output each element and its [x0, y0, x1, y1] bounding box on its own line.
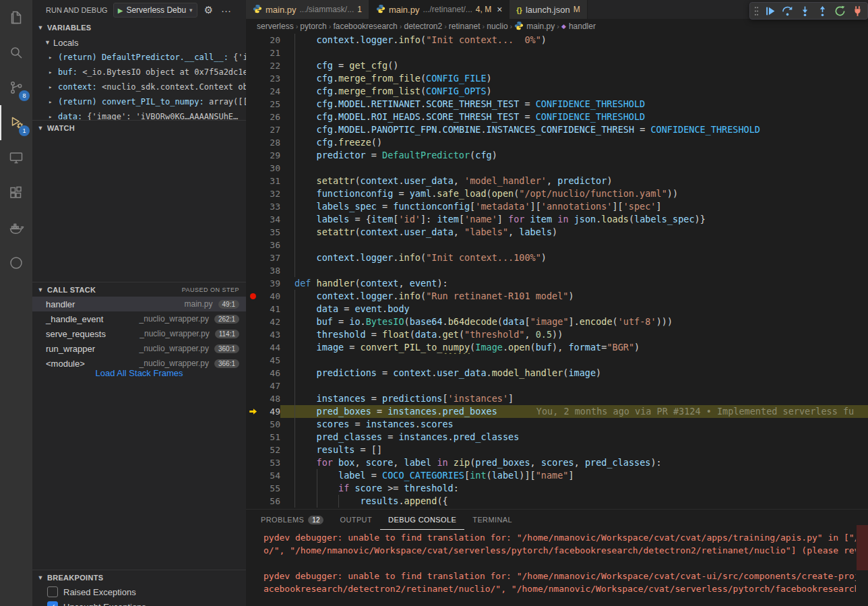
start-debugging-icon[interactable]: ▶ — [118, 7, 123, 14]
code-line[interactable]: 20 context.logger.info("Init context... … — [246, 34, 868, 47]
code-line[interactable]: 33 labels_spec = functionconfig['metadat… — [246, 200, 868, 213]
activity-remote-explorer[interactable] — [0, 140, 32, 175]
variable-name: context: — [58, 82, 97, 92]
code-line[interactable]: 30 — [246, 162, 868, 175]
code-line[interactable]: 37 context.logger.info("Init context...1… — [246, 251, 868, 264]
breakpoint-icon[interactable] — [246, 290, 259, 303]
breadcrumb-nuclio[interactable]: nuclio — [487, 22, 507, 31]
close-icon[interactable]: × — [497, 4, 502, 15]
tab-3-launch.json[interactable]: {}launch.jsonM — [509, 0, 587, 19]
code-line[interactable]: 39def handler(context, event): — [246, 277, 868, 290]
code-line[interactable]: 51 pred_classes = instances.pred_classes — [246, 431, 868, 444]
code-line[interactable]: 23 cfg.merge_from_file(CONFIG_FILE) — [246, 72, 868, 85]
code-line[interactable]: 42 buf = io.BytesIO(base64.b64decode(dat… — [246, 315, 868, 328]
breadcrumb-main.py[interactable]: main.py — [514, 21, 555, 32]
breakpoint-checkbox[interactable] — [47, 586, 58, 597]
current-frame-arrow-icon[interactable] — [246, 405, 259, 418]
panel-tab-output[interactable]: OUTPUT — [332, 510, 380, 530]
scope-locals[interactable]: ▼ Locals — [32, 35, 246, 50]
code-line[interactable]: 24 cfg.merge_from_list(CONFIG_OPTS) — [246, 85, 868, 98]
stack-frame[interactable]: _handle_event_nuclio_wrapper.py262:1 — [32, 311, 246, 326]
activity-explorer[interactable] — [0, 0, 32, 35]
breakpoint-checkbox[interactable]: ✓ — [47, 601, 58, 606]
step-into-button[interactable] — [797, 3, 813, 19]
code-line[interactable]: 46 predictions = context.user_data.model… — [246, 367, 868, 380]
breadcrumb-detectron2[interactable]: detectron2 — [404, 22, 442, 31]
code-line[interactable]: 34 labels = {item['id']: item['name'] fo… — [246, 213, 868, 226]
code-line[interactable]: 47 — [246, 380, 868, 392]
breakpoint-item[interactable]: ✓Uncaught Exceptions — [32, 599, 246, 606]
debug-console-output[interactable]: pydev debugger: unable to find translati… — [246, 531, 856, 606]
call-stack-section-header[interactable]: ▼ CALL STACK PAUSED ON STEP — [32, 282, 246, 297]
continue-button[interactable] — [762, 3, 778, 19]
activity-extensions[interactable] — [0, 175, 32, 210]
code-line[interactable]: 32 functionconfig = yaml.safe_load(open(… — [246, 187, 868, 200]
code-line[interactable]: 41 data = event.body — [246, 303, 868, 315]
breadcrumb-pytorch[interactable]: pytorch — [300, 22, 326, 31]
breakpoint-item[interactable]: Raised Exceptions — [32, 584, 246, 599]
step-over-button[interactable] — [779, 3, 795, 19]
code-line[interactable]: 53 for box, score, label in zip(pred_box… — [246, 456, 868, 469]
activity-run-and-debug[interactable]: 1 — [0, 105, 32, 140]
tab-2-main.py[interactable]: main.py.../retinanet/...4, M× — [369, 0, 509, 19]
activity-docker[interactable] — [0, 210, 32, 245]
panel-tab-terminal[interactable]: TERMINAL — [464, 510, 520, 530]
variable-row[interactable]: ▸(return) DefaultPredictor.__call__: {'i… — [32, 50, 246, 65]
load-all-stack-frames-link[interactable]: Load All Stack Frames — [32, 368, 246, 378]
stack-frame[interactable]: run_wrapper_nuclio_wrapper.py360:1 — [32, 341, 246, 356]
code-line[interactable]: 25 cfg.MODEL.RETINANET.SCORE_THRESH_TEST… — [246, 98, 868, 111]
code-line[interactable]: 21 — [246, 47, 868, 59]
code-line[interactable]: 35 setattr(context.user_data, "labels", … — [246, 226, 868, 239]
code-line[interactable]: 50 scores = instances.scores — [246, 418, 868, 431]
launch-config-dropdown[interactable]: ▶ Serverless Debu ▾ — [113, 3, 197, 18]
stack-frame[interactable]: handlermain.py49:1 — [32, 297, 246, 311]
variable-row[interactable]: ▸data: {'image': 'iVBORw0KG…AAAANSUhE… — [32, 109, 246, 120]
code-line[interactable]: 45 — [246, 354, 868, 367]
tab-1-main.py[interactable]: main.py.../siammask/...1 — [246, 0, 369, 19]
breadcrumb-serverless[interactable]: serverless — [257, 22, 294, 31]
breakpoints-section-header[interactable]: ▼ BREAKPOINTS — [32, 570, 246, 584]
breadcrumb-retinanet[interactable]: retinanet — [449, 22, 480, 31]
code-line[interactable]: 56 results.append({ — [246, 495, 868, 508]
more-actions-icon[interactable]: ··· — [220, 5, 232, 16]
restart-button[interactable] — [832, 3, 848, 19]
code-line[interactable]: 44 image = convert_PIL_to_numpy(Image.op… — [246, 341, 868, 354]
activity-ports[interactable] — [0, 245, 32, 280]
breadcrumb-handler[interactable]: ◆handler — [561, 22, 596, 31]
stack-frame[interactable]: serve_requests_nuclio_wrapper.py114:1 — [32, 326, 246, 341]
watch-section-header[interactable]: ▼ WATCH — [32, 120, 246, 135]
code-line[interactable]: 43 threshold = float(data.get("threshold… — [246, 328, 868, 341]
panel-scrollbar[interactable] — [857, 525, 868, 570]
variable-row[interactable]: ▸buf: <_io.BytesIO object at 0x7f5a2dc1e… — [32, 65, 246, 80]
panel-tab-debug-console[interactable]: DEBUG CONSOLE — [380, 510, 464, 530]
disconnect-button[interactable] — [849, 3, 865, 19]
code-line[interactable]: 31 setattr(context.user_data, 'model_han… — [246, 175, 868, 187]
code-line[interactable]: 40 context.logger.info("Run retinanet-R1… — [246, 290, 868, 303]
code-line[interactable]: 54 label = COCO_CATEGORIES[int(label)]["… — [246, 469, 868, 482]
code-editor[interactable]: 20 context.logger.info("Init context... … — [246, 34, 868, 508]
code-line[interactable]: 38 — [246, 264, 868, 277]
variable-row[interactable]: ▸context: <nuclio_sdk.context.Context ob… — [32, 80, 246, 94]
line-number: 56 — [259, 495, 280, 508]
variable-row[interactable]: ▸(return) convert_PIL_to_numpy: array([[… — [32, 94, 246, 109]
code-line[interactable]: 22 cfg = get_cfg() — [246, 59, 868, 72]
gear-icon[interactable]: ⚙ — [203, 4, 214, 16]
code-line[interactable]: 55 if score >= threshold: — [246, 482, 868, 495]
activity-search[interactable] — [0, 35, 32, 70]
code-line[interactable]: 52 results = [] — [246, 444, 868, 456]
step-out-button[interactable] — [814, 3, 830, 19]
code-line[interactable]: 27 cfg.MODEL.PANOPTIC_FPN.COMBINE.INSTAN… — [246, 123, 868, 136]
toolbar-grip-icon[interactable] — [752, 5, 760, 17]
code-line[interactable]: 28 cfg.freeze() — [246, 136, 868, 149]
python-file-icon — [376, 4, 385, 16]
variables-section-header[interactable]: ▼ VARIABLES — [32, 20, 246, 35]
panel-tab-problems[interactable]: PROBLEMS12 — [253, 510, 332, 530]
code-line[interactable]: 29 predictor = DefaultPredictor(cfg) — [246, 149, 868, 162]
code-line[interactable]: 26 cfg.MODEL.ROI_HEADS.SCORE_THRESH_TEST… — [246, 111, 868, 123]
activity-source-control[interactable]: 8 — [0, 70, 32, 105]
variable-value: {'inst… — [228, 53, 246, 62]
code-line[interactable]: 48 instances = predictions['instances'] — [246, 392, 868, 405]
breadcrumb-facebookresearch[interactable]: facebookresearch — [333, 22, 397, 31]
code-line[interactable]: 36 — [246, 239, 868, 251]
code-line[interactable]: 49 pred_boxes = instances.pred_boxesYou,… — [246, 405, 868, 418]
